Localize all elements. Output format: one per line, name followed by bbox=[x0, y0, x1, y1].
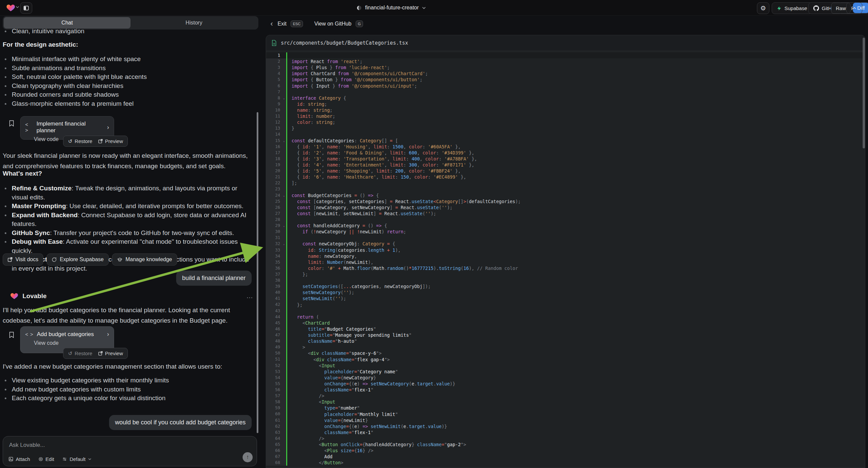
project-switcher[interactable]: financial-future-creator bbox=[356, 0, 426, 16]
esc-key-badge: ESC bbox=[290, 21, 303, 27]
collapse-file-button[interactable] bbox=[846, 2, 862, 14]
code-line: 42 }; bbox=[266, 301, 865, 308]
code-line: 53 placeholder="Category name" bbox=[266, 369, 865, 375]
code-line: 41 setNewLimit(''); bbox=[266, 295, 865, 301]
send-button[interactable]: ↑ bbox=[243, 452, 253, 462]
code-line: 35 limit: Number(newLimit), bbox=[266, 259, 865, 265]
file-header[interactable]: src/components/budget/BudgetCategories.t… bbox=[266, 35, 865, 51]
visit-docs-button[interactable]: Visit docs bbox=[3, 254, 43, 266]
code-line: 68 </Button> bbox=[266, 460, 865, 466]
whats-next-heading: What's next? bbox=[3, 170, 42, 177]
code-line: 12 color: string; bbox=[266, 119, 865, 125]
code-viewer: src/components/budget/BudgetCategories.t… bbox=[266, 35, 865, 468]
exit-button[interactable]: Exit bbox=[277, 21, 286, 27]
manage-knowledge-button[interactable]: Manage knowledge bbox=[112, 254, 177, 266]
code-line: 1 bbox=[266, 52, 865, 58]
list-item: Debug with Ease: Activate our experiment… bbox=[3, 237, 254, 255]
assistant-paragraph: Your sleek financial planner is now read… bbox=[3, 150, 254, 171]
code-line: 38 bbox=[266, 277, 865, 283]
code-line: 21 { id: '6', name: 'Healthcare', limit:… bbox=[266, 174, 865, 180]
code-line: 5import { Button } from '@/components/ui… bbox=[266, 77, 865, 83]
code-line: 40 setNewCategory(''); bbox=[266, 289, 865, 295]
graduation-cap-icon bbox=[117, 257, 122, 262]
code-line: 62 onChange={(e) => setNewLimit(e.target… bbox=[266, 423, 865, 429]
more-options-icon[interactable]: … bbox=[246, 292, 254, 300]
code-line: 22]; bbox=[266, 180, 865, 186]
code-line: 46 title="Budget Categories" bbox=[266, 326, 865, 332]
list-item: Clean, intuitive navigation bbox=[3, 27, 254, 36]
message-circle-icon bbox=[52, 257, 57, 262]
code-line: 17 { id: '2', name: 'Food & Dining', lim… bbox=[266, 150, 865, 156]
arrow-up-icon: ↑ bbox=[246, 454, 249, 461]
user-message-bubble: build a financial planner bbox=[176, 271, 252, 286]
code-line: 9 id: string; bbox=[266, 101, 865, 107]
chat-panel: Chat History Clean, intuitive navigation… bbox=[3, 0, 258, 468]
code-icon: < > bbox=[25, 331, 34, 337]
code-line: 24⌄const BudgetCategories = () => { bbox=[266, 193, 865, 198]
code-line: 51 <div className="flex gap-4"> bbox=[266, 356, 865, 362]
view-code-link[interactable]: View code bbox=[34, 340, 109, 346]
code-line: 19 { id: '4', name: 'Entertainment', lim… bbox=[266, 162, 865, 168]
external-link-icon bbox=[8, 257, 12, 262]
code-line: 55 onChange={(e) => setNewCategory(e.tar… bbox=[266, 381, 865, 387]
bookmark-icon[interactable] bbox=[9, 120, 14, 126]
restore-icon: ↺ bbox=[68, 138, 72, 144]
restore-button[interactable]: ↺Restore bbox=[68, 351, 92, 356]
bookmark-icon[interactable] bbox=[9, 332, 14, 338]
edit-mode-button[interactable]: Edit bbox=[38, 456, 54, 462]
code-line: 13} bbox=[266, 125, 865, 131]
code-scrollbar[interactable] bbox=[863, 38, 865, 148]
chevron-right-icon: › bbox=[107, 331, 109, 338]
code-line: 30 if (!newCategory || !newLimit) return… bbox=[266, 229, 865, 235]
code-line: 61 value={newLimit} bbox=[266, 417, 865, 423]
code-line: 66 <Plus size={16} /> bbox=[266, 447, 865, 454]
list-item: Refine & Customize: Tweak the design, an… bbox=[3, 184, 254, 202]
version-toolbar: ↺Restore Preview bbox=[63, 136, 128, 147]
code-line: 18 { id: '3', name: 'Transportation', li… bbox=[266, 156, 865, 162]
code-line: 23 bbox=[266, 186, 865, 192]
code-line: 31 bbox=[266, 235, 865, 241]
code-line: 64 /> bbox=[266, 435, 865, 441]
list-item: Glass-morphic elements for a premium fee… bbox=[3, 99, 254, 109]
preview-button[interactable]: Preview bbox=[98, 351, 123, 356]
code-line: 49 > bbox=[266, 344, 865, 350]
code-line: 54 value={newCategory} bbox=[266, 375, 865, 381]
back-chevron-icon[interactable]: ‹ bbox=[271, 20, 273, 28]
supabase-button[interactable]: Supabase bbox=[772, 2, 812, 14]
restore-icon: ↺ bbox=[68, 351, 72, 356]
external-link-icon bbox=[98, 351, 103, 355]
list-item: Master Prompting: Use clear, detailed, a… bbox=[3, 202, 254, 211]
view-on-github-link[interactable]: View on GitHub bbox=[314, 21, 352, 27]
restore-button[interactable]: ↺Restore bbox=[68, 138, 92, 144]
added-bullet-list: View existing budget categories with the… bbox=[3, 376, 254, 403]
code-panel-header: ‹ Exit ESC View on GitHub G bbox=[266, 16, 865, 32]
chevron-up-icon bbox=[852, 6, 857, 10]
code-line: 34 name: newCategory, bbox=[266, 253, 865, 259]
preview-button[interactable]: Preview bbox=[98, 138, 123, 144]
code-line: 27 const [newLimit, setNewLimit] = React… bbox=[266, 210, 865, 216]
g-key-badge: G bbox=[355, 21, 363, 27]
user-message-bubble: would be cool if you could add budget ca… bbox=[109, 415, 252, 430]
attach-button[interactable]: Attach bbox=[8, 456, 30, 462]
intro-bullet-list: Clean, intuitive navigation bbox=[3, 27, 254, 36]
list-item: Clean typography with clear hierarchies bbox=[3, 82, 254, 91]
design-heading: For the design aesthetic: bbox=[3, 41, 78, 48]
code-line: 14 bbox=[266, 131, 865, 137]
code-line: 15⌄const defaultCategories: Category[] =… bbox=[266, 138, 865, 144]
external-link-icon bbox=[98, 139, 103, 143]
chat-scrollbar[interactable] bbox=[257, 112, 258, 433]
chat-input-placeholder[interactable]: Ask Lovable... bbox=[9, 442, 45, 448]
code-line: 48 className="h-auto" bbox=[266, 338, 865, 344]
model-default-dropdown[interactable]: Default bbox=[62, 456, 92, 462]
attach-image-icon bbox=[8, 457, 13, 462]
chat-input-box[interactable]: Ask Lovable... Attach Edit Default ↑ bbox=[3, 436, 257, 466]
code-line: 28 bbox=[266, 216, 865, 223]
code-line: 7 bbox=[266, 89, 865, 95]
code-line: 65 <Button onClick={handleAddCategory} c… bbox=[266, 441, 865, 447]
code-line: 58 <Input bbox=[266, 399, 865, 405]
design-bullet-list: Minimalist interface with plenty of whit… bbox=[3, 55, 254, 108]
settings-gear-button[interactable]: ⚙ bbox=[757, 2, 769, 14]
code-content: 12import React from 'react';3import { Pl… bbox=[266, 51, 865, 466]
explore-supabase-button[interactable]: Explore Supabase bbox=[46, 254, 109, 266]
code-line: 11 limit: number; bbox=[266, 113, 865, 119]
